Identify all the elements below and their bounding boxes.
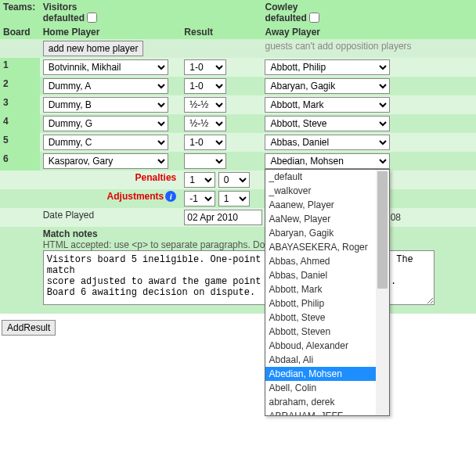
result-select[interactable]: 1-0 (184, 78, 226, 94)
board-number: 5 (0, 133, 40, 152)
home-team-name: Visitors (43, 2, 78, 13)
board-row: 1Botvinnik, Mikhail1-0Abbott, Philip (0, 58, 476, 77)
teams-label: Teams: (0, 0, 40, 25)
dropdown-option[interactable]: Abbas, Daniel (265, 268, 389, 282)
adjust-home-select[interactable]: -1 (184, 191, 215, 206)
home-player-select[interactable]: Dummy, A (43, 78, 168, 94)
home-header: Home Player (40, 25, 182, 39)
away-player-select[interactable]: Abbott, Philip (265, 59, 390, 75)
board-row: 2Dummy, A1-0Abaryan, Gagik (0, 77, 476, 95)
home-player-select[interactable]: Botvinnik, Mikhail (43, 59, 168, 75)
dropdown-option[interactable]: AaNew, Player (265, 212, 389, 226)
home-team-cell: Visitors defaulted (40, 0, 182, 25)
away-player-select[interactable]: Abbott, Steve (265, 116, 390, 131)
dropdown-scroll-thumb[interactable] (377, 171, 388, 289)
away-player-select[interactable]: Abaryan, Gagik (265, 78, 390, 94)
away-player-select[interactable]: Abbott, Mark (265, 97, 390, 113)
column-headers: Board Home Player Result Away Player (0, 25, 476, 39)
dropdown-option[interactable]: Abbott, Philip (265, 296, 389, 311)
home-defaulted-checkbox[interactable] (87, 13, 97, 23)
dropdown-option[interactable]: Abbott, Steve (265, 311, 389, 325)
info-icon[interactable]: i (165, 191, 176, 202)
dropdown-option[interactable]: _walkover (265, 184, 389, 198)
result-select[interactable] (184, 153, 226, 169)
adjustments-label: Adjustments (107, 191, 164, 202)
notes-row: Match notes HTML accepted: use <p> to se… (0, 227, 476, 314)
dropdown-option[interactable]: Abbas, Ahmed (265, 254, 389, 268)
away-player-select[interactable]: Abbas, Daniel (265, 135, 390, 150)
board-row: 3Dummy, B½-½Abbott, Mark (0, 95, 476, 114)
match-form: Teams: Visitors defaulted Cowley default… (0, 0, 476, 314)
away-player-dropdown[interactable]: _default_walkoverAaanew, PlayerAaNew, Pl… (265, 169, 390, 342)
home-player-select[interactable]: Dummy, G (43, 116, 168, 131)
teams-row: Teams: Visitors defaulted Cowley default… (0, 0, 476, 25)
away-player-select[interactable]: Abedian, Mohsen (265, 153, 390, 169)
dropdown-option[interactable]: Abboud, Alexander (265, 339, 389, 342)
board-row: 4Dummy, G½-½Abbott, Steve (0, 114, 476, 133)
adjustments-row: Adjustmentsi -1 1 (0, 189, 476, 208)
date-input[interactable] (184, 210, 262, 225)
away-team-cell: Cowley defaulted (261, 0, 476, 25)
board-number: 3 (0, 95, 40, 114)
away-header: Away Player (261, 25, 476, 39)
dropdown-option[interactable]: _default (265, 170, 389, 184)
dropdown-scrollbar[interactable] (376, 170, 389, 342)
board-number: 4 (0, 114, 40, 133)
add-result-button[interactable] (2, 320, 56, 336)
board-row: 6Kasparov, GaryAbedian, Mohsen (0, 152, 476, 171)
result-select[interactable]: 1-0 (184, 135, 226, 150)
home-defaulted-label: defaulted (43, 13, 85, 23)
add-row: add new home player guests can't add opp… (0, 39, 476, 58)
penalties-row: Penalties 1 0 (0, 171, 476, 189)
away-defaulted-checkbox[interactable] (309, 13, 319, 23)
board-number: 1 (0, 58, 40, 77)
home-player-select[interactable]: Dummy, C (43, 135, 168, 150)
penalties-label: Penalties (40, 171, 182, 189)
date-row: Date Played 08 (0, 208, 476, 227)
add-home-player-button[interactable]: add new home player (43, 41, 144, 56)
home-player-select[interactable]: Dummy, B (43, 97, 168, 113)
result-select[interactable]: ½-½ (184, 116, 226, 131)
date-label: Date Played (40, 208, 182, 227)
date-right-text: 08 (391, 212, 401, 223)
dropdown-option[interactable]: Aaanew, Player (265, 198, 389, 212)
dropdown-option[interactable]: Abbott, Steven (265, 325, 389, 339)
penalty-away-select[interactable]: 0 (218, 172, 250, 188)
result-header: Result (181, 25, 261, 39)
away-team-name: Cowley (265, 2, 298, 13)
home-player-select[interactable]: Kasparov, Gary (43, 153, 168, 169)
adjust-away-select[interactable]: 1 (218, 191, 250, 206)
dropdown-option[interactable]: ABAYASEKERA, Roger (265, 240, 389, 254)
dropdown-option[interactable]: Abbott, Mark (265, 282, 389, 296)
board-number: 6 (0, 152, 40, 171)
notes-label: Match notes (43, 228, 98, 239)
result-select[interactable]: ½-½ (184, 97, 226, 113)
board-header: Board (0, 25, 40, 39)
penalty-home-select[interactable]: 1 (184, 172, 215, 188)
guest-note: guests can't add opposition players (265, 41, 411, 52)
away-defaulted-label: defaulted (265, 13, 306, 23)
dropdown-option[interactable]: Abaryan, Gagik (265, 226, 389, 240)
board-number: 2 (0, 77, 40, 95)
result-select[interactable]: 1-0 (184, 59, 226, 75)
board-row: 5Dummy, C1-0Abbas, Daniel (0, 133, 476, 152)
